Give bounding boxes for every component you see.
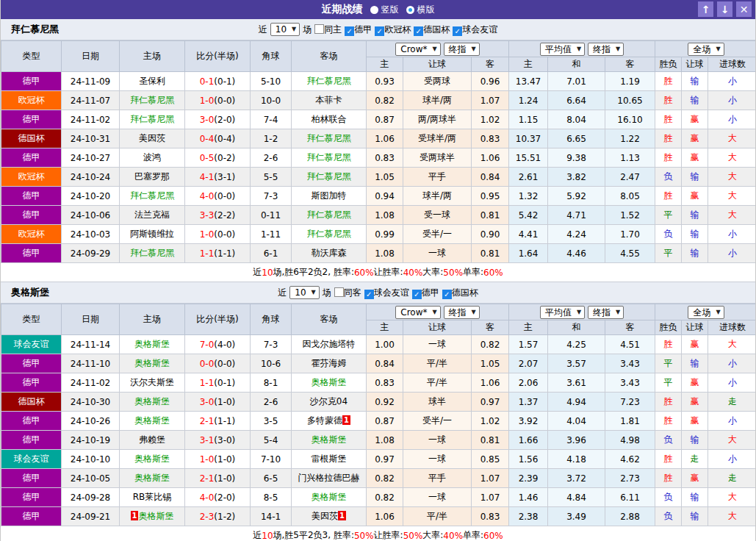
cell-avg-away: 6.11 xyxy=(605,488,655,507)
league-checkbox-1[interactable]: ✓ xyxy=(375,26,384,36)
cell-crow-away: 1.02 xyxy=(472,110,509,129)
close-button[interactable]: ✕ xyxy=(736,1,752,17)
cell-score: 1-0(1-0) xyxy=(185,450,251,469)
summary-segment: 场,胜6平2负2, 胜率: xyxy=(273,266,354,279)
same-venue-checkbox[interactable] xyxy=(334,287,344,297)
cell-avg-away: 2.47 xyxy=(605,168,655,187)
column-header: 比分(半场) xyxy=(185,304,251,335)
cell-away-team: 斯图加特 xyxy=(292,187,367,206)
league-badge: 欧冠杯 xyxy=(1,225,62,244)
sub-column-header: 和 xyxy=(548,320,605,335)
league-checkbox-0[interactable]: ✓ xyxy=(364,290,374,299)
cell-corners: 7-3 xyxy=(251,335,292,354)
cell-date: 24-11-02 xyxy=(62,110,120,129)
cell-date: 24-10-26 xyxy=(62,412,120,431)
avg-company-select[interactable]: 平均值▼ xyxy=(540,43,585,56)
games-count-select[interactable]: 10▼ xyxy=(289,286,319,299)
halftime-score: (1-0) xyxy=(214,454,235,465)
league-checkbox-3[interactable]: ✓ xyxy=(453,26,462,36)
league-badge: 德甲 xyxy=(1,431,62,450)
cell-result-outcome: 胜 xyxy=(655,393,682,412)
away-team-name: 拜仁慕尼黑 xyxy=(307,229,351,239)
cell-corners: 8-1 xyxy=(251,373,292,393)
cell-corners: 6-1 xyxy=(251,244,292,263)
cell-crow-home: 1.00 xyxy=(367,335,403,354)
cell-crow-away: 0.83 xyxy=(472,507,509,526)
cell-result-outcome: 平 xyxy=(655,373,682,393)
select-value: 终指 xyxy=(593,44,611,54)
sections-container: 拜仁慕尼黑近10▼场同主✓德甲✓欧冠杯✓德国杯✓球会友谊类型日期主场比分(半场)… xyxy=(1,19,755,541)
cell-home-team: 拜仁慕尼黑 xyxy=(120,187,185,206)
crow-company-select[interactable]: Crow*▼ xyxy=(395,306,440,319)
move-up-button[interactable]: ↑ xyxy=(698,1,713,17)
sub-column-header: 让球 xyxy=(682,57,708,72)
cell-avg-draw: 6.64 xyxy=(548,91,605,110)
crow-odds-type-select[interactable]: 终指▼ xyxy=(444,306,480,319)
cell-crow-away: 0.84 xyxy=(472,168,509,187)
move-down-button[interactable]: ↓ xyxy=(717,1,732,17)
avg-odds-type-select[interactable]: 终指▼ xyxy=(588,306,624,319)
cell-away-team: 拜仁慕尼黑 xyxy=(292,225,367,244)
cell-result-handicap: 赢 xyxy=(682,335,708,354)
cell-crow-home: 0.93 xyxy=(367,72,403,91)
cell-result-outcome: 负 xyxy=(655,507,682,526)
crow-odds-type-select[interactable]: 终指▼ xyxy=(444,43,480,56)
cell-result-handicap: 输 xyxy=(682,91,708,110)
league-checkbox-1[interactable]: ✓ xyxy=(412,290,422,299)
cell-result-outcome: 胜 xyxy=(655,412,682,431)
cell-result-goals: 小 xyxy=(708,354,756,373)
crow-company-select[interactable]: Crow*▼ xyxy=(395,43,440,56)
league-badge: 球会友谊 xyxy=(1,335,62,354)
league-badge: 德甲 xyxy=(1,412,62,431)
layout-radio-horizontal[interactable]: 横版 xyxy=(406,4,435,16)
cell-result-outcome: 胜 xyxy=(655,187,682,206)
games-count-select[interactable]: 10▼ xyxy=(270,23,300,36)
cell-avg-away: 3.43 xyxy=(605,354,655,373)
halftime-score: (3-1) xyxy=(214,172,235,182)
away-team-name: 斯图加特 xyxy=(312,190,347,201)
cell-result-outcome: 平 xyxy=(655,244,682,263)
cell-crow-handicap: 受两球半 xyxy=(403,148,472,168)
avg-company-select[interactable]: 平均值▼ xyxy=(540,306,585,319)
league-filter-label: 德国杯 xyxy=(452,287,478,298)
layout-radio-vertical[interactable]: 竖版 xyxy=(370,4,399,16)
cell-avg-home: 2.06 xyxy=(509,373,548,393)
cell-corners: 2-6 xyxy=(251,393,292,412)
cell-corners: 7-4 xyxy=(251,110,292,129)
column-header: 类型 xyxy=(1,304,62,335)
chevron-down-icon: ▼ xyxy=(312,287,316,298)
league-checkbox-0[interactable]: ✓ xyxy=(345,26,354,36)
cell-away-team: 勒沃库森 xyxy=(292,244,367,263)
cell-result-handicap: 赢 xyxy=(682,373,708,393)
cell-avg-draw: 4.24 xyxy=(548,225,605,244)
cell-crow-away: 1.07 xyxy=(472,91,509,110)
cell-result-handicap: 输 xyxy=(682,507,708,526)
cell-crow-home: 0.82 xyxy=(367,91,403,110)
same-venue-checkbox[interactable] xyxy=(314,24,324,34)
fulltime-score: 2-1 xyxy=(200,473,215,484)
home-team-name: 奥格斯堡 xyxy=(134,415,170,426)
away-team-name: 拜仁慕尼黑 xyxy=(307,76,351,86)
cell-home-team: 法兰克福 xyxy=(120,206,185,225)
cell-avg-away: 1.19 xyxy=(605,72,655,91)
cell-avg-draw: 4.25 xyxy=(548,335,605,354)
cell-avg-draw: 3.72 xyxy=(548,469,605,488)
league-badge: 德甲 xyxy=(1,488,62,507)
cell-result-outcome: 负 xyxy=(655,488,682,507)
league-badge: 德甲 xyxy=(1,354,62,373)
summary-segment: 40% xyxy=(403,268,423,278)
cell-avg-away: 2.88 xyxy=(605,507,655,526)
summary-segment: 40% xyxy=(443,531,463,541)
cell-home-team: 拜仁慕尼黑 xyxy=(120,244,185,263)
average-group-header: 平均值▼ 终指▼ xyxy=(509,41,655,57)
fulltime-select[interactable]: 全场▼ xyxy=(688,43,724,56)
league-checkbox-2[interactable]: ✓ xyxy=(414,26,423,36)
team-name: 拜仁慕尼黑 xyxy=(11,23,59,36)
league-checkbox-2[interactable]: ✓ xyxy=(442,290,452,299)
cell-crow-away: 0.97 xyxy=(472,393,509,412)
cell-crow-home: 0.94 xyxy=(367,187,403,206)
cell-score: 2-1(1-1) xyxy=(185,412,251,431)
recent-results-widget: 近期战绩 竖版 横版 ↑ ↓ ✕ 拜仁慕尼黑近10▼场同主✓德甲✓欧冠杯✓德国杯… xyxy=(0,0,756,541)
fulltime-select[interactable]: 全场▼ xyxy=(688,306,724,319)
avg-odds-type-select[interactable]: 终指▼ xyxy=(588,43,624,56)
